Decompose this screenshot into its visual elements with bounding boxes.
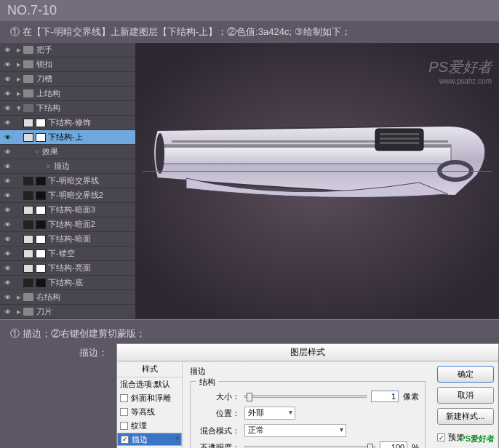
styles-list[interactable]: 样式 混合选项:默认 斜面和浮雕等高线纹理描边内阴影内发光光泽 [117, 361, 183, 448]
layer-row[interactable]: 👁▸刀槽 [0, 72, 135, 87]
mask-thumb [36, 206, 46, 215]
visibility-icon[interactable]: 👁 [1, 148, 13, 156]
layer-row[interactable]: 👁下结构-亮面 [0, 261, 135, 276]
layer-row[interactable]: 👁▸刀片 [0, 305, 135, 319]
chevron-icon[interactable]: ▸ [15, 292, 23, 302]
chevron-icon[interactable]: ▾ [15, 103, 23, 113]
blend-label: 混合模式： [196, 425, 240, 436]
blend-select[interactable]: 正常 [244, 424, 346, 437]
visibility-icon[interactable]: 👁 [1, 61, 13, 68]
visibility-icon[interactable]: 👁 [1, 177, 13, 185]
logo-sub: 爱好者 [471, 434, 495, 443]
chevron-icon[interactable]: ▸ [15, 45, 23, 55]
layer-label: 下结构-暗面3 [48, 204, 95, 215]
layer-row[interactable]: 👁下-镂空 [0, 247, 135, 261]
preview-check-icon [437, 433, 445, 441]
layer-style-dialog[interactable]: 图层样式 样式 混合选项:默认 斜面和浮雕等高线纹理描边内阴影内发光光泽 描边 … [116, 343, 499, 448]
chevron-icon[interactable]: ▸ [15, 89, 23, 98]
visibility-icon[interactable]: 👁 [1, 76, 13, 83]
visibility-icon[interactable]: 👁 [1, 119, 13, 127]
layer-row[interactable]: 👁下结构-暗面2 [0, 217, 135, 232]
step-header: NO.7-10 [0, 0, 499, 21]
visibility-icon[interactable]: 👁 [1, 279, 13, 287]
style-label: 描边 [132, 434, 148, 445]
layer-row[interactable]: 👁○描边 [0, 159, 135, 174]
layer-label: 下-明暗交界线2 [48, 190, 103, 201]
style-item[interactable]: 纹理 [117, 419, 182, 433]
stroke-settings: 描边 结构 大小： 像素 位置： 外部 混合模式： 正常 [183, 361, 433, 448]
checkbox-icon[interactable] [120, 422, 128, 430]
fx-icon: ○ [35, 148, 42, 155]
visibility-icon[interactable]: 👁 [1, 308, 13, 316]
layer-label: 下-镂空 [48, 248, 75, 259]
visibility-icon[interactable]: 👁 [1, 163, 13, 170]
size-slider[interactable] [244, 395, 367, 398]
mask-thumb [36, 235, 46, 244]
style-label: 斜面和浮雕 [131, 393, 171, 404]
layer-thumb [23, 220, 33, 229]
mask-thumb [36, 191, 46, 200]
mask-thumb [36, 177, 46, 185]
position-select[interactable]: 外部 [244, 407, 295, 420]
visibility-icon[interactable]: 👁 [1, 236, 13, 243]
canvas[interactable]: PS爱好者 www.psahz.com [135, 43, 499, 319]
position-label: 位置： [196, 408, 240, 419]
watermark-url: www.psahz.com [428, 77, 492, 85]
style-item[interactable]: 等高线 [117, 405, 182, 419]
layer-row[interactable]: 👁▸右结构 [0, 290, 135, 305]
mask-thumb [36, 264, 46, 273]
style-item[interactable]: 描边 [117, 433, 182, 446]
visibility-icon[interactable]: 👁 [1, 207, 13, 214]
visibility-icon[interactable]: 👁 [1, 105, 13, 112]
dialog-row: 描边： 图层样式 样式 混合选项:默认 斜面和浮雕等高线纹理描边内阴影内发光光泽… [0, 343, 499, 448]
checkbox-icon[interactable] [120, 408, 128, 416]
layer-row[interactable]: 👁▸锁扣 [0, 57, 135, 72]
svg-rect-4 [380, 137, 419, 140]
visibility-icon[interactable]: 👁 [1, 134, 13, 141]
mask-thumb [36, 119, 46, 127]
layer-label: 上结构 [36, 88, 60, 99]
visibility-icon[interactable]: 👁 [1, 90, 13, 97]
layer-row[interactable]: 👁下-明暗交界线2 [0, 188, 135, 203]
cancel-button[interactable]: 取消 [437, 387, 494, 404]
checkbox-icon[interactable] [121, 436, 129, 444]
layer-row[interactable]: 👁▾下结构 [0, 101, 135, 116]
layer-row[interactable]: 👁下结构-上 [0, 130, 135, 145]
structure-group: 结构 大小： 像素 位置： 外部 混合模式： 正常 [190, 381, 426, 448]
checkbox-icon[interactable] [120, 394, 128, 402]
chevron-icon[interactable]: ▸ [15, 74, 23, 84]
visibility-icon[interactable]: 👁 [1, 192, 13, 199]
layer-label: 刀片 [36, 306, 52, 317]
logo-text: PS [460, 434, 471, 443]
ok-button[interactable]: 确定 [437, 366, 494, 383]
visibility-icon[interactable]: 👁 [1, 294, 13, 301]
style-label: 纹理 [131, 420, 147, 431]
fx-icon: ○ [47, 163, 54, 169]
visibility-icon[interactable]: 👁 [1, 47, 13, 54]
layer-row[interactable]: 👁下结构-底 [0, 276, 135, 290]
chevron-icon[interactable]: ▸ [15, 60, 23, 69]
opacity-input[interactable] [380, 441, 407, 448]
instruction-1: ① 在【下-明暗交界线】上新建图层【下结构-上】；②色值:3a424c; ③绘制… [0, 21, 499, 43]
mask-thumb [36, 133, 46, 142]
new-style-button[interactable]: 新建样式... [437, 408, 494, 425]
visibility-icon[interactable]: 👁 [1, 221, 13, 228]
layer-row[interactable]: 👁○效果 [0, 145, 135, 159]
dialog-label: 描边： [0, 343, 116, 359]
layer-thumb [23, 235, 33, 244]
layer-row[interactable]: 👁▸上结构 [0, 87, 135, 101]
layer-row[interactable]: 👁下结构-暗面3 [0, 203, 135, 217]
layers-panel[interactable]: 👁▸把手👁▸锁扣👁▸刀槽👁▸上结构👁▾下结构👁下结构-修饰👁下结构-上👁○效果👁… [0, 43, 135, 319]
chevron-icon[interactable]: ▸ [15, 307, 23, 316]
opacity-label: 不透明度： [196, 442, 240, 449]
blend-options-default[interactable]: 混合选项:默认 [117, 377, 182, 391]
layer-thumb [23, 191, 33, 200]
layer-row[interactable]: 👁下结构-修饰 [0, 116, 135, 130]
style-item[interactable]: 斜面和浮雕 [117, 391, 182, 405]
visibility-icon[interactable]: 👁 [1, 265, 13, 272]
layer-row[interactable]: 👁下-明暗交界线 [0, 174, 135, 188]
layer-row[interactable]: 👁下结构-暗面 [0, 232, 135, 247]
layer-row[interactable]: 👁▸把手 [0, 43, 135, 57]
visibility-icon[interactable]: 👁 [1, 250, 13, 257]
size-input[interactable] [371, 391, 399, 402]
